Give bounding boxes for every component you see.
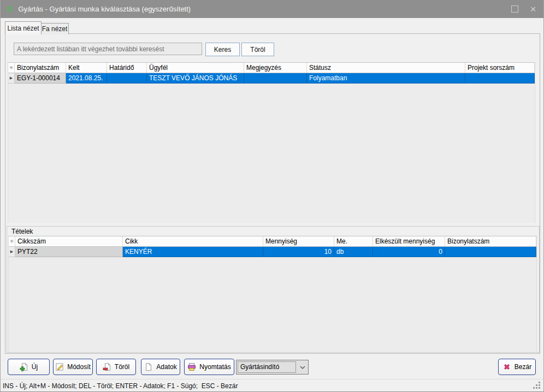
maximize-icon <box>511 5 518 13</box>
nyomtatas-button[interactable]: Nyomtatás <box>184 359 234 375</box>
torol-button[interactable]: Töröl <box>96 359 136 375</box>
tab-fa-nezet[interactable]: Fa nézet <box>40 23 69 34</box>
close-x-icon <box>502 363 511 371</box>
cell-ugyfel: TESZT VEVŐ JÁNOS JÓNÁS <box>147 73 244 84</box>
tetelek-grid: ✳ Cikkszám Cikk Mennyiség Me. Elkészült … <box>8 236 537 352</box>
orders-col-bizonylatszam[interactable]: Bizonylatszám <box>15 63 66 73</box>
tetelek-col-cikk[interactable]: Cikk <box>123 236 263 246</box>
search-input[interactable] <box>14 43 202 55</box>
tab-lista-nezet[interactable]: Lista nézet <box>5 21 42 34</box>
row-indicator-icon: ▶ <box>8 73 15 84</box>
close-icon: × <box>530 3 536 15</box>
cell-me: db <box>334 247 373 257</box>
orders-col-megjegyzes[interactable]: Megjegyzés <box>244 63 307 73</box>
chevron-down-icon <box>297 365 308 370</box>
cell-cikk: KENYÉR <box>123 247 263 257</box>
tetelek-label: Tételek <box>11 228 33 235</box>
orders-row-selected[interactable]: ▶ EGY-1-000014 2021.08.25. TESZT VEVŐ JÁ… <box>8 73 535 84</box>
tetelek-row-selected[interactable]: ▶ PYT22 KENYÉR 10 db 0 <box>9 247 536 257</box>
adatok-button[interactable]: Adatok <box>141 359 180 375</box>
torol-search-button[interactable]: Töröl <box>241 43 274 56</box>
tetelek-col-cikkszam[interactable]: Cikkszám <box>15 236 123 246</box>
bezar-button[interactable]: Bezár <box>498 359 536 375</box>
orders-col-kelt[interactable]: Kelt <box>66 63 107 73</box>
tetelek-col-elkeszult[interactable]: Elkészült mennyiség <box>373 236 445 246</box>
tetelek-groupbox: Tételek ✳ Cikkszám Cikk Mennyiség Me. El… <box>7 226 540 353</box>
cell-bizonylatszam: EGY-1-000014 <box>15 73 66 84</box>
cell-mennyiseg: 10 <box>263 247 334 257</box>
cell-bizonylatszam-2 <box>445 247 536 257</box>
orders-col-ugyfel[interactable]: Ügyfél <box>147 63 244 73</box>
shortcut-hints: INS - Új; Alt+M - Módosít; DEL - Töröl; … <box>1 382 238 390</box>
edit-pencil-icon <box>55 363 64 371</box>
close-button[interactable]: × <box>524 0 542 18</box>
tetelek-col-mennyiseg[interactable]: Mennyiség <box>263 236 334 246</box>
orders-col-hatarido[interactable]: Határidő <box>107 63 147 73</box>
gyartasindito-dropdown[interactable]: Gyártásindító <box>236 360 309 375</box>
orders-grid: ✳ Bizonylatszám Kelt Határidő Ügyfél Meg… <box>8 62 535 223</box>
cell-projekt-sorszam <box>465 73 535 84</box>
statusbar: INS - Új; Alt+M - Módosít; DEL - Töröl; … <box>1 379 544 392</box>
titlebar: ⚙ Gyártás - Gyártási munka kiválasztása … <box>1 0 544 18</box>
tetelek-col-bizonylatszam[interactable]: Bizonylatszám <box>445 236 536 246</box>
cell-cikkszam: PYT22 <box>15 247 123 257</box>
cell-statusz: Folyamatban <box>307 73 465 84</box>
orders-grid-header: ✳ Bizonylatszám Kelt Határidő Ügyfél Meg… <box>8 63 535 73</box>
orders-col-projekt-sorszam[interactable]: Projekt sorszám <box>465 63 535 73</box>
tetelek-select-all-cell[interactable]: ✳ <box>9 236 15 246</box>
maximize-button[interactable] <box>505 0 524 18</box>
cell-kelt: 2021.08.25. <box>66 73 107 84</box>
uj-button[interactable]: Új <box>8 359 50 375</box>
cell-hatarido <box>107 73 147 84</box>
modosit-button[interactable]: Módosít <box>53 359 93 375</box>
row-indicator-icon: ▶ <box>9 247 15 257</box>
asterisk-icon: ✳ <box>9 65 14 70</box>
new-page-plus-icon <box>20 363 28 371</box>
list-view-panel: Keres Töröl ✳ Bizonylatszám Kelt Határid… <box>5 33 540 354</box>
asterisk-icon: ✳ <box>10 239 14 244</box>
keres-button[interactable]: Keres <box>205 43 240 56</box>
dropdown-selected-value: Gyártásindító <box>238 361 296 373</box>
tetelek-grid-header: ✳ Cikkszám Cikk Mennyiség Me. Elkészült … <box>9 236 536 247</box>
orders-col-statusz[interactable]: Státusz <box>307 63 465 73</box>
cell-elkeszult-mennyiseg: 0 <box>373 247 445 257</box>
resize-grip[interactable] <box>539 387 540 389</box>
tetelek-col-me[interactable]: Me. <box>334 236 373 246</box>
document-icon <box>144 363 153 371</box>
app-gear-icon: ⚙ <box>6 5 13 13</box>
delete-page-minus-icon <box>103 363 111 371</box>
printer-icon <box>187 363 196 371</box>
window-title: Gyártás - Gyártási munka kiválasztása (e… <box>18 5 191 13</box>
orders-select-all-cell[interactable]: ✳ <box>8 63 15 73</box>
cell-megjegyzes <box>244 73 307 84</box>
